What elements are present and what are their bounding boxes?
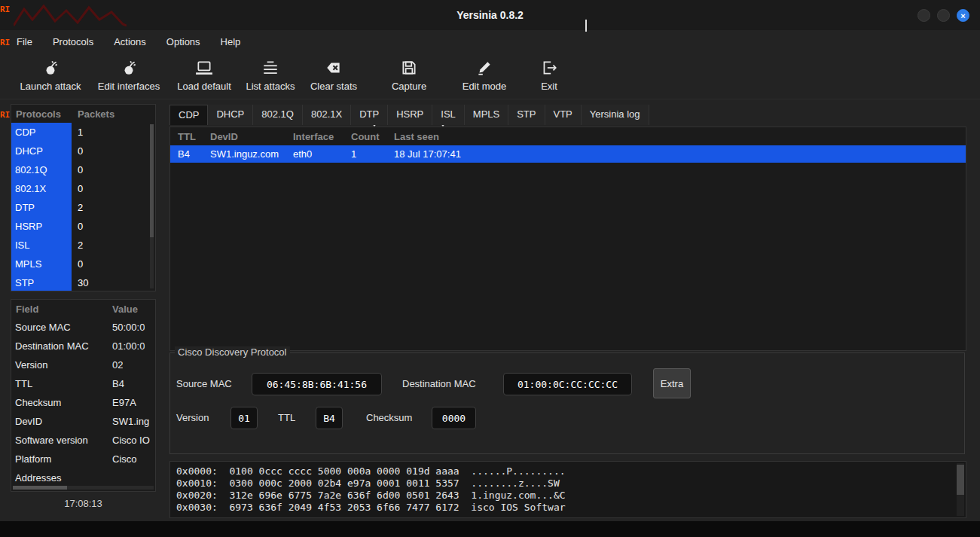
maximize-button[interactable] [937, 9, 950, 22]
tab-8021x[interactable]: 802.1X [303, 105, 351, 125]
protocol-row-8021q[interactable]: 802.1Q 0 [11, 160, 155, 179]
protocol-name[interactable]: 802.1Q [11, 160, 72, 179]
cdp-form-title: Cisco Discovery Protocol [175, 346, 290, 358]
tab-isl[interactable]: ISL [432, 105, 465, 125]
field-row-software-version[interactable]: Software version Cisco IO [11, 431, 155, 450]
save-icon [370, 59, 448, 78]
protocol-row-stp[interactable]: STP 30 [11, 273, 155, 291]
field-value: Cisco IO [112, 435, 150, 446]
hex-dump[interactable]: 0x0000: 0100 0ccc cccc 5000 000a 0000 01… [170, 462, 966, 514]
version-input[interactable] [230, 407, 258, 429]
menu-bar: File Protocols Actions Options Help [0, 30, 980, 53]
destination-mac-input[interactable] [503, 373, 632, 395]
field-value: B4 [112, 378, 124, 389]
protocols-scrollbar-thumb[interactable] [150, 124, 154, 237]
background-terminal-fragment: RI [0, 38, 11, 47]
ttl-label: TTL [278, 407, 295, 429]
exit-button[interactable]: Exit [510, 59, 588, 96]
toolbar-label: Launch attack [11, 81, 90, 92]
tab-yersinia-log[interactable]: Yersinia log [582, 105, 649, 125]
protocol-row-hsrp[interactable]: HSRP 0 [11, 217, 155, 236]
tab-mpls[interactable]: MPLS [465, 105, 508, 125]
protocol-row-cdp[interactable]: CDP 1 [11, 123, 155, 142]
protocol-name[interactable]: MPLS [11, 255, 72, 273]
checksum-input[interactable] [432, 407, 476, 429]
ttl-input[interactable] [316, 407, 343, 429]
tab-dtp[interactable]: DTP [351, 105, 388, 125]
tab-hsrp[interactable]: HSRP [388, 105, 432, 125]
extra-button[interactable]: Extra [653, 368, 691, 398]
field-value: Cisco [112, 453, 137, 465]
menu-help[interactable]: Help [221, 36, 241, 47]
source-mac-label: Source MAC [176, 373, 232, 395]
tab-8021q[interactable]: 802.1Q [253, 105, 303, 125]
protocol-name[interactable]: CDP [11, 123, 72, 142]
col-ttl[interactable]: TTL [170, 131, 203, 142]
exit-icon [510, 59, 588, 78]
protocol-name[interactable]: DTP [11, 198, 72, 217]
packet-count: 2 [72, 202, 83, 213]
fields-hscrollbar-thumb[interactable] [13, 486, 67, 490]
title-bar[interactable]: Yersinia 0.8.2 × [0, 0, 980, 30]
packet-count: 0 [72, 183, 83, 194]
col-count[interactable]: Count [343, 131, 386, 142]
hex-line: 0x0010: 0300 000c 2000 02b4 e97a 0001 00… [170, 478, 966, 490]
menu-protocols[interactable]: Protocols [53, 36, 93, 47]
menu-actions[interactable]: Actions [114, 36, 146, 47]
protocol-row-dhcp[interactable]: DHCP 0 [11, 142, 155, 160]
protocol-name[interactable]: HSRP [11, 217, 72, 236]
col-interface[interactable]: Interface [285, 131, 343, 142]
field-name: Source MAC [11, 322, 112, 333]
toolbar-label: Exit [510, 81, 588, 92]
minimize-button[interactable] [917, 9, 930, 22]
tab-stp[interactable]: STP [508, 105, 545, 125]
edit-interfaces-button[interactable]: Edit interfaces [90, 59, 168, 96]
menu-options[interactable]: Options [166, 36, 200, 47]
fields-panel-header: Field Value [11, 300, 155, 318]
protocol-row-mpls[interactable]: MPLS 0 [11, 255, 155, 273]
source-mac-input[interactable] [252, 373, 382, 395]
capture-button[interactable]: Capture [370, 59, 448, 96]
field-column-header[interactable]: Field [11, 304, 112, 315]
yersinia-window: Yersinia 0.8.2 × File Protocols Actions … [0, 0, 980, 521]
field-value: 01:00:0 [112, 340, 145, 352]
menu-file[interactable]: File [17, 36, 32, 47]
field-row-platform[interactable]: Platform Cisco [11, 450, 155, 468]
protocol-row-dtp[interactable]: DTP 2 [11, 198, 155, 217]
packet-table-header: TTL DevID Interface Count Last seen [170, 127, 966, 145]
packets-column-header[interactable]: Packets [78, 108, 114, 120]
background-terminal-fragment: RI [0, 110, 11, 120]
tab-cdp[interactable]: CDP [169, 105, 208, 125]
protocol-name[interactable]: 802.1X [11, 179, 72, 198]
value-column-header[interactable]: Value [112, 304, 138, 315]
field-row-version[interactable]: Version 02 [11, 355, 155, 374]
cell-interface: eth0 [285, 148, 343, 160]
close-button[interactable]: × [957, 9, 969, 22]
desktop: Yersinia 0.8.2 × File Protocols Actions … [0, 0, 980, 537]
field-name: Platform [11, 453, 112, 465]
toolbar-label: Capture [370, 81, 448, 92]
protocol-name[interactable]: STP [11, 273, 72, 291]
protocols-column-header[interactable]: Protocols [11, 108, 78, 120]
packet-count: 2 [72, 240, 83, 251]
col-last-seen[interactable]: Last seen [386, 131, 966, 142]
field-row-checksum[interactable]: Checksum E97A [11, 393, 155, 412]
protocol-row-isl[interactable]: ISL 2 [11, 236, 155, 255]
packet-row-selected[interactable]: B4 SW1.inguz.com eth0 1 18 Jul 17:07:41 [170, 145, 966, 163]
clear-stats-button[interactable]: Clear stats [295, 59, 373, 96]
protocol-name[interactable]: ISL [11, 236, 72, 255]
version-label: Version [176, 407, 209, 429]
field-row-ttl[interactable]: TTL B4 [11, 374, 155, 393]
field-row-devid[interactable]: DevID SW1.ing [11, 412, 155, 431]
field-row-addresses[interactable]: Addresses [11, 468, 155, 487]
protocol-row-8021x[interactable]: 802.1X 0 [11, 179, 155, 198]
cdp-form: Cisco Discovery Protocol Source MAC Dest… [169, 352, 965, 454]
field-row-source-mac[interactable]: Source MAC 50:00:0 [11, 318, 155, 337]
hex-scrollbar-thumb[interactable] [957, 465, 964, 495]
tab-dhcp[interactable]: DHCP [208, 105, 253, 125]
field-row-destination-mac[interactable]: Destination MAC 01:00:0 [11, 337, 155, 355]
tab-vtp[interactable]: VTP [545, 105, 582, 125]
col-devid[interactable]: DevID [203, 131, 285, 142]
protocol-name[interactable]: DHCP [11, 142, 72, 160]
launch-attack-button[interactable]: Launch attack [11, 59, 90, 96]
